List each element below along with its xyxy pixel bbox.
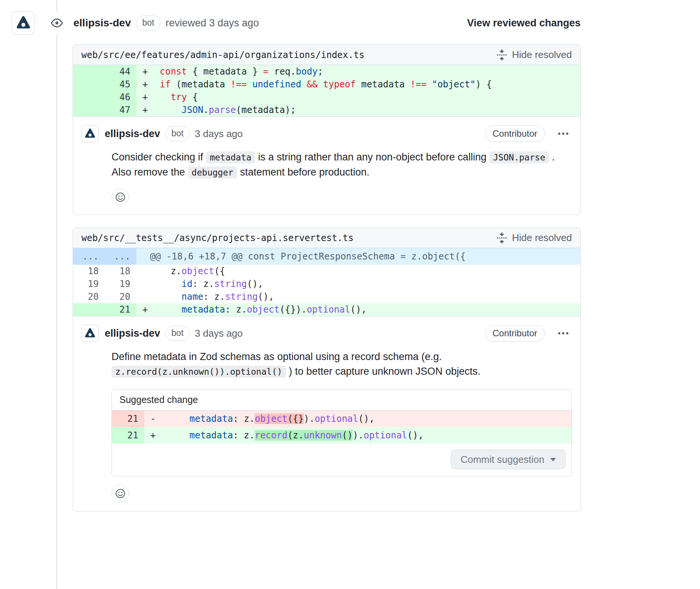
line-number-new: 20 — [105, 290, 136, 303]
line-number: 21 — [112, 427, 144, 444]
comment-author[interactable]: ellipsis-dev — [105, 328, 160, 339]
code-line: + try { — [136, 91, 580, 104]
commit-suggestion-button[interactable]: Commit suggestion — [451, 450, 566, 469]
suggestion-title: Suggested change — [112, 389, 572, 410]
ellipsis-logo-icon — [84, 128, 96, 139]
view-reviewed-changes-link[interactable]: View reviewed changes — [467, 17, 581, 29]
suggested-change-block: Suggested change 21- metadata: z.object(… — [112, 389, 572, 476]
review-threads-container: web/src/ee/features/admin-api/organizati… — [73, 44, 581, 511]
smiley-icon — [115, 488, 125, 499]
comment-avatar[interactable] — [81, 325, 99, 342]
contributor-badge: Contributor — [485, 325, 545, 342]
dropdown-caret-icon — [550, 458, 556, 461]
line-number-old: 18 — [73, 265, 105, 278]
kebab-menu-button[interactable] — [555, 325, 572, 342]
line-number-old: ... — [73, 248, 105, 265]
code-line: z.object({ — [136, 265, 580, 278]
comment-timestamp[interactable]: 3 days ago — [195, 328, 243, 339]
diff-sign: + — [136, 104, 160, 116]
code-line: @@ -18,6 +18,7 @@ const ProjectResponseS… — [136, 248, 580, 265]
commit-suggestion-label: Commit suggestion — [460, 454, 544, 465]
diff-line-add: 21+ metadata: z.record(z.unknown()).opti… — [112, 427, 572, 444]
inline-code: z.record(z.unknown()).optional() — [112, 366, 286, 378]
eye-icon — [50, 12, 64, 34]
review-header: ellipsis-dev bot reviewed 3 days ago Vie… — [0, 0, 700, 35]
fold-icon — [496, 232, 507, 244]
kebab-menu-button[interactable] — [555, 125, 572, 142]
line-number-old — [73, 91, 105, 104]
review-thread-1: web/src/__tests__/async/projects-api.ser… — [73, 227, 581, 511]
timeline-line — [57, 0, 57, 589]
inline-code: JSON.parse — [489, 151, 549, 163]
code-line: + metadata: z.record(z.unknown()).option… — [144, 427, 572, 444]
diff-line-ctx: 1818 z.object({ — [73, 265, 580, 278]
diff-line-hunk: ......@@ -18,6 +18,7 @@ const ProjectRes… — [73, 248, 580, 265]
hide-resolved-button[interactable]: Hide resolved — [496, 232, 572, 244]
diff-line-add: 44+const { metadata } = req.body; — [73, 65, 580, 78]
diff-line-del: 21- metadata: z.object({}).optional(), — [112, 410, 572, 427]
comment-author[interactable]: ellipsis-dev — [105, 128, 160, 140]
add-reaction-button[interactable] — [112, 188, 129, 206]
file-path[interactable]: web/src/__tests__/async/projects-api.ser… — [81, 233, 353, 243]
diff-table: 44+const { metadata } = req.body;45+if (… — [73, 65, 580, 116]
diff-sign: + — [136, 91, 160, 104]
line-number: 21 — [112, 410, 144, 427]
diff-line-ctx: 1919 id: z.string(), — [73, 278, 580, 290]
code-line: name: z.string(), — [136, 290, 580, 303]
line-number-new: 19 — [105, 278, 136, 290]
fold-icon — [496, 49, 507, 61]
file-path[interactable]: web/src/ee/features/admin-api/organizati… — [81, 50, 364, 60]
line-number-new: 44 — [105, 65, 136, 78]
ellipsis-logo-icon — [16, 15, 31, 31]
line-number-new: 45 — [105, 78, 136, 91]
hide-resolved-button[interactable]: Hide resolved — [496, 49, 572, 61]
diff-line-add: 47+ JSON.parse(metadata); — [73, 104, 580, 116]
diff-line-ctx: 2020 name: z.string(), — [73, 290, 580, 303]
diff-line-add: 45+if (metadata !== undefined && typeof … — [73, 78, 580, 91]
line-number-old: 19 — [73, 278, 105, 290]
comment-body: Define metadata in Zod schemas as option… — [112, 349, 572, 379]
diff-sign: + — [144, 427, 168, 444]
bot-badge: bot — [165, 126, 190, 141]
line-number-new: ... — [105, 248, 136, 265]
comment-body: Consider checking if metadata is a strin… — [112, 150, 572, 180]
bot-badge: bot — [136, 15, 160, 30]
hide-resolved-label: Hide resolved — [512, 49, 572, 61]
code-line: +if (metadata !== undefined && typeof me… — [136, 78, 580, 91]
contributor-badge: Contributor — [485, 125, 545, 142]
file-header: web/src/__tests__/async/projects-api.ser… — [73, 228, 580, 248]
ellipsis-logo-icon — [84, 328, 96, 339]
line-number-old — [73, 303, 105, 316]
code-line: + metadata: z.object({}).optional(), — [136, 303, 580, 316]
diff-line-add: 21+ metadata: z.object({}).optional(), — [73, 303, 580, 316]
review-action-text: reviewed 3 days ago — [166, 17, 259, 29]
review-comment: ellipsis-dev bot 3 days ago Contributor … — [73, 316, 580, 511]
code-line: id: z.string(), — [136, 278, 580, 290]
line-number-new: 47 — [105, 104, 136, 116]
reviewer-avatar[interactable] — [12, 11, 35, 35]
diff-sign: + — [136, 65, 160, 78]
diff-sign: + — [136, 78, 160, 91]
code-line: +const { metadata } = req.body; — [136, 65, 580, 78]
comment-timestamp[interactable]: 3 days ago — [195, 128, 243, 140]
comment-avatar[interactable] — [81, 125, 99, 142]
diff-sign: - — [144, 410, 168, 427]
line-number-old — [73, 78, 105, 91]
bot-badge: bot — [165, 326, 190, 340]
add-reaction-button[interactable] — [112, 485, 129, 502]
reviewer-name[interactable]: ellipsis-dev — [73, 17, 131, 29]
diff-line-add: 46+ try { — [73, 91, 580, 104]
suggestion-footer: Commit suggestion — [112, 444, 572, 476]
inline-code: debugger — [188, 166, 237, 179]
file-header: web/src/ee/features/admin-api/organizati… — [73, 45, 580, 65]
suggestion-diff: 21- metadata: z.object({}).optional(),21… — [112, 410, 572, 444]
code-line: - metadata: z.object({}).optional(), — [144, 410, 572, 427]
hide-resolved-label: Hide resolved — [512, 232, 572, 244]
diff-sign: + — [136, 303, 160, 316]
smiley-icon — [115, 192, 125, 202]
comment-header: ellipsis-dev bot 3 days ago Contributor — [81, 125, 572, 142]
review-comment: ellipsis-dev bot 3 days ago Contributor … — [73, 116, 580, 215]
code-line: + JSON.parse(metadata); — [136, 104, 580, 116]
inline-code: metadata — [206, 151, 255, 163]
line-number-old — [73, 65, 105, 78]
